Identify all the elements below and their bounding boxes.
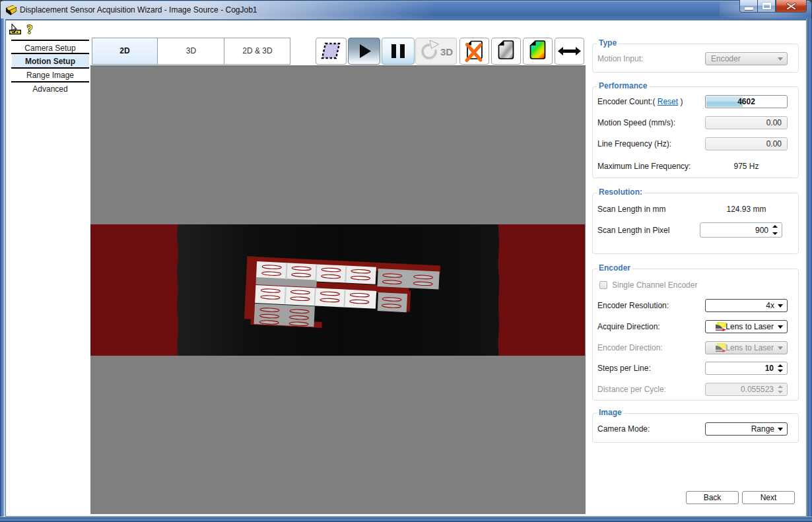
svg-text:3D: 3D [440,46,453,57]
